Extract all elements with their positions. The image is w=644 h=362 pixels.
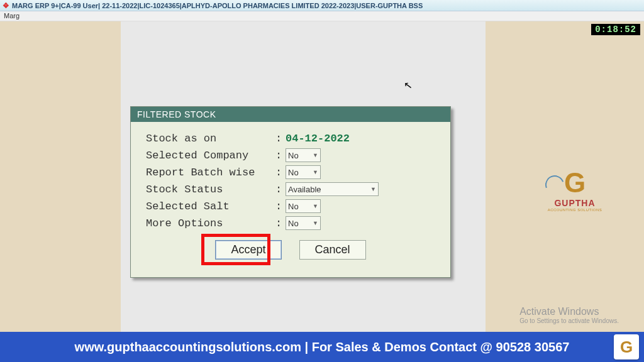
promo-banner: www.gupthaaccountingsolutions.com | For … <box>0 332 644 362</box>
center-pane: ↖ FILTERED STOCK Stock as on : 04-12-202… <box>121 21 486 332</box>
window-title: MARG ERP 9+|CA-99 User| 22-11-2022|LIC-1… <box>12 2 423 9</box>
select-stock-status[interactable]: Available ▼ <box>286 182 379 196</box>
app-icon: ❖ <box>3 1 9 10</box>
banner-text: www.gupthaaccountingsolutions.com | For … <box>75 340 570 354</box>
field-stock-as-on: Stock as on : 04-12-2022 <box>146 131 435 146</box>
menubar[interactable]: Marg <box>0 11 644 21</box>
chevron-down-icon: ▼ <box>313 152 318 158</box>
filtered-stock-dialog: FILTERED STOCK Stock as on : 04-12-2022 … <box>130 106 451 278</box>
field-selected-salt: Selected Salt : No ▼ <box>146 199 435 214</box>
chevron-down-icon: ▼ <box>370 186 376 192</box>
guptha-logo: G GUPTHA ACCOUNTING SOLUTIONS <box>540 169 609 212</box>
label-more-options: More Options <box>146 217 272 229</box>
chevron-down-icon: ▼ <box>313 220 318 226</box>
field-report-batch-wise: Report Batch wise : No ▼ <box>146 165 435 180</box>
session-clock: 0:18:52 <box>591 24 640 35</box>
dialog-body: Stock as on : 04-12-2022 Selected Compan… <box>131 122 450 277</box>
logo-text: GUPTHA <box>540 198 609 208</box>
label-selected-company: Selected Company <box>146 150 272 162</box>
banner-logo-badge: G <box>614 334 639 359</box>
logo-subtext: ACCOUNTING SOLUTIONS <box>540 208 609 212</box>
label-stock-as-on: Stock as on <box>146 133 272 145</box>
cursor-icon: ↖ <box>403 79 413 92</box>
select-selected-salt[interactable]: No ▼ <box>286 199 321 213</box>
label-report-batch-wise: Report Batch wise <box>146 167 272 178</box>
field-stock-status: Stock Status : Available ▼ <box>146 182 435 197</box>
label-stock-status: Stock Status <box>146 184 272 195</box>
logo-g-icon: G <box>540 169 609 197</box>
select-report-batch-wise[interactable]: No ▼ <box>286 165 321 179</box>
menu-marg[interactable]: Marg <box>4 12 19 19</box>
left-pane <box>0 21 121 332</box>
window-titlebar: ❖ MARG ERP 9+|CA-99 User| 22-11-2022|LIC… <box>0 0 644 11</box>
field-selected-company: Selected Company : No ▼ <box>146 148 435 163</box>
workspace: ↖ FILTERED STOCK Stock as on : 04-12-202… <box>0 21 644 332</box>
right-pane: 0:18:52 G GUPTHA ACCOUNTING SOLUTIONS <box>486 21 644 332</box>
chevron-down-icon: ▼ <box>313 203 318 209</box>
windows-activation-watermark: Activate Windows Go to Settings to activ… <box>519 306 619 324</box>
dialog-title: FILTERED STOCK <box>131 107 450 122</box>
label-selected-salt: Selected Salt <box>146 200 272 212</box>
select-more-options[interactable]: No ▼ <box>286 216 321 230</box>
dialog-button-row: Accept Cancel <box>146 233 435 271</box>
select-selected-company[interactable]: No ▼ <box>286 148 321 162</box>
field-more-options: More Options : No ▼ <box>146 216 435 231</box>
accept-button[interactable]: Accept <box>215 240 281 260</box>
value-stock-as-on[interactable]: 04-12-2022 <box>286 133 350 145</box>
cancel-button[interactable]: Cancel <box>299 240 366 260</box>
chevron-down-icon: ▼ <box>313 169 318 175</box>
